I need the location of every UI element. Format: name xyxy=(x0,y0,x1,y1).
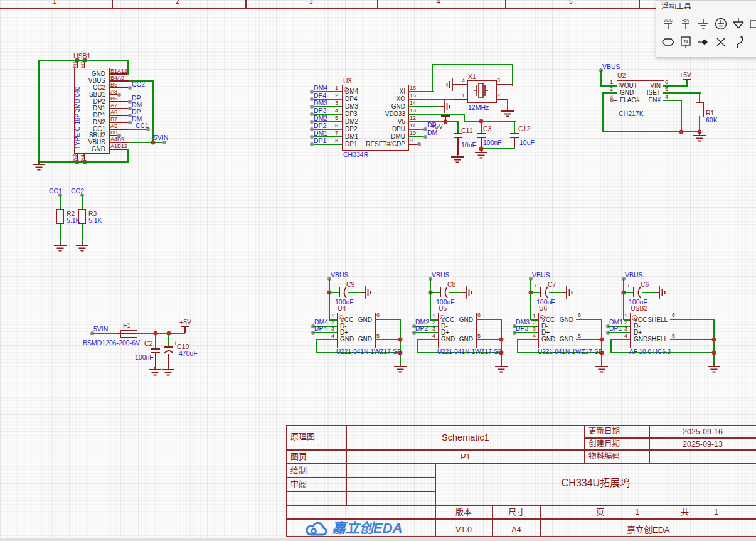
wire[interactable] xyxy=(608,332,630,333)
probe-button[interactable] xyxy=(732,35,747,50)
ground-symbol[interactable] xyxy=(450,154,465,164)
ground-symbol[interactable] xyxy=(446,77,456,92)
ground-symbol[interactable] xyxy=(462,285,472,300)
wire[interactable] xyxy=(155,333,156,348)
pin[interactable] xyxy=(109,122,129,123)
net-label[interactable]: DP xyxy=(427,122,437,129)
net-flag-button[interactable] xyxy=(696,35,711,50)
net-label[interactable]: DP2 xyxy=(314,122,326,129)
wire[interactable] xyxy=(127,60,129,75)
wire[interactable] xyxy=(432,64,513,65)
ground-symbol[interactable] xyxy=(361,285,371,300)
u2-refdes[interactable]: U2 xyxy=(617,72,626,79)
wire[interactable] xyxy=(600,85,617,87)
wire[interactable] xyxy=(38,161,129,163)
port-value[interactable]: U221-041N-1WZ17-SB xyxy=(437,349,502,355)
pin[interactable] xyxy=(168,354,169,368)
capacitor-refdes[interactable]: C10 xyxy=(177,343,189,350)
ground-symbol[interactable] xyxy=(494,363,509,373)
pin[interactable] xyxy=(109,129,129,130)
capacitor-plate[interactable] xyxy=(477,133,486,134)
wire[interactable] xyxy=(663,92,701,94)
net-label[interactable]: DM xyxy=(132,115,142,122)
wire[interactable] xyxy=(663,100,682,101)
wire[interactable] xyxy=(642,292,656,293)
power-net-label[interactable]: +5V xyxy=(179,319,191,326)
wire[interactable] xyxy=(375,339,401,340)
net-label[interactable]: DP4 xyxy=(314,92,326,99)
port-refdes[interactable]: U6 xyxy=(539,305,547,312)
wire[interactable] xyxy=(531,292,541,293)
wire[interactable] xyxy=(408,106,440,107)
wire[interactable] xyxy=(663,85,688,87)
wire[interactable] xyxy=(681,100,682,132)
wire[interactable] xyxy=(600,70,602,87)
net-label[interactable]: 5VIN xyxy=(154,134,168,141)
wire[interactable] xyxy=(60,195,61,209)
wire[interactable] xyxy=(329,292,339,293)
ground-symbol[interactable] xyxy=(656,285,666,300)
titleblock-size[interactable]: A4 xyxy=(492,526,540,534)
pin[interactable] xyxy=(496,84,513,85)
resistor-body[interactable] xyxy=(56,209,64,224)
x1-value[interactable]: 12MHz xyxy=(468,104,489,111)
wire[interactable] xyxy=(38,60,40,163)
pin[interactable] xyxy=(109,94,118,95)
chassis-ground-button[interactable] xyxy=(732,17,747,32)
wire[interactable] xyxy=(432,64,433,92)
wire[interactable] xyxy=(531,319,538,321)
titleblock-version[interactable]: V1.0 xyxy=(435,526,492,534)
capacitor-refdes[interactable]: C12 xyxy=(518,126,530,132)
wire[interactable] xyxy=(348,292,361,293)
wire[interactable] xyxy=(316,339,317,353)
capacitor-refdes[interactable]: C3 xyxy=(483,126,491,132)
horizontal-scrollbar[interactable] xyxy=(0,538,756,541)
capacitor-value[interactable]: 100nF xyxy=(483,139,502,146)
ground-symbol[interactable] xyxy=(563,285,573,300)
resistor-refdes[interactable]: R3 xyxy=(88,210,97,217)
port-refdes[interactable]: U5 xyxy=(439,305,447,312)
net-label[interactable]: DP xyxy=(132,95,141,102)
port-refdes[interactable]: U4 xyxy=(338,305,346,312)
x1-refdes[interactable]: X1 xyxy=(468,73,476,80)
wire[interactable] xyxy=(610,339,630,340)
wire[interactable] xyxy=(610,339,612,353)
titleblock-schematic-name[interactable]: Schematic1 xyxy=(346,433,585,442)
ground-button[interactable] xyxy=(696,17,711,32)
wire[interactable] xyxy=(517,339,518,353)
port-value[interactable]: AF 10.0 HC6.3 xyxy=(629,349,671,355)
capacitor-value[interactable]: 10uF xyxy=(461,142,476,149)
net-label[interactable]: DP4 xyxy=(314,325,327,332)
net-label[interactable]: VBUS xyxy=(331,272,349,279)
wire[interactable] xyxy=(464,121,516,122)
pin[interactable] xyxy=(109,149,129,150)
pin[interactable] xyxy=(109,142,129,143)
capacitor-refdes[interactable]: C11 xyxy=(461,127,472,134)
ground-symbol[interactable] xyxy=(692,132,707,142)
capacitor-refdes[interactable]: C7 xyxy=(548,281,556,288)
port-value[interactable]: U221-041N-1WZ17-SB xyxy=(336,349,401,355)
titleblock-updated-date[interactable]: 2025-09-16 xyxy=(649,428,756,436)
wire[interactable] xyxy=(449,292,462,293)
floating-toolbar[interactable]: 浮动工具 VCC +5V N xyxy=(656,0,756,58)
net-label[interactable]: DM xyxy=(427,129,437,136)
wire[interactable] xyxy=(576,339,602,340)
resistor-refdes[interactable]: R1 xyxy=(706,110,714,117)
capacitor-plate[interactable] xyxy=(633,287,634,297)
wire[interactable] xyxy=(313,332,337,333)
pin[interactable] xyxy=(456,84,467,85)
titleblock-created-date[interactable]: 2025-09-13 xyxy=(649,441,756,449)
wire[interactable] xyxy=(699,92,700,102)
port-value[interactable]: U221-041N-1WZ17-SB xyxy=(538,349,602,355)
ground-symbol[interactable] xyxy=(161,367,176,377)
pin[interactable] xyxy=(109,73,129,75)
schematic-canvas[interactable]: 1 2 3 4 5 USB1 TYPE-C 16P 3MD 040 N1 N2 … xyxy=(0,0,756,541)
u3-refdes[interactable]: U3 xyxy=(343,78,351,85)
ground-symbol[interactable] xyxy=(53,242,68,252)
rect-tool-button[interactable] xyxy=(749,17,756,32)
pin[interactable] xyxy=(109,80,129,82)
wire[interactable] xyxy=(514,121,515,133)
wire[interactable] xyxy=(514,332,538,333)
net-label[interactable]: DM xyxy=(132,102,142,109)
wire[interactable] xyxy=(576,319,602,320)
